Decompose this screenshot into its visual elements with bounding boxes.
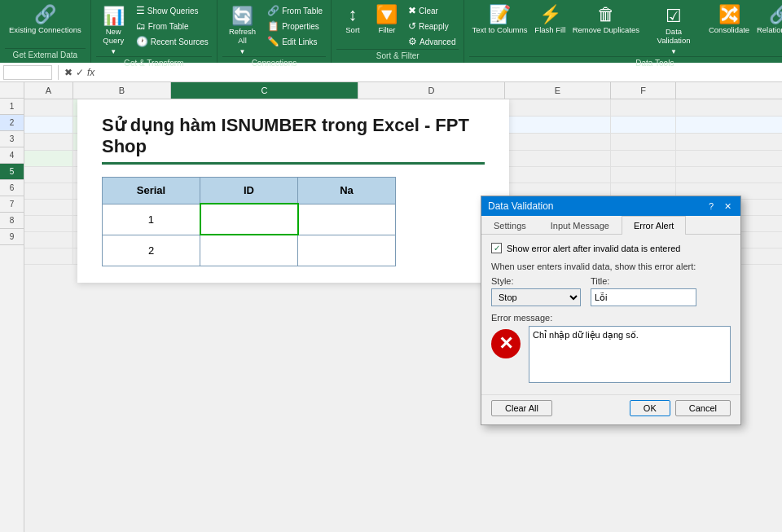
cell-na-1[interactable] bbox=[298, 204, 396, 235]
title-field: Title: bbox=[591, 276, 696, 306]
col-header-c[interactable]: C bbox=[171, 82, 358, 99]
table-row-2: 2 bbox=[103, 235, 396, 266]
remove-duplicates-btn[interactable]: 🗑 Remove Duplicates bbox=[570, 3, 641, 37]
connections-btn[interactable]: 🔗 From Table bbox=[264, 3, 326, 18]
col-header-b[interactable]: B bbox=[73, 82, 171, 99]
consolidate-btn[interactable]: 🔀 Consolidate bbox=[705, 3, 752, 37]
formula-input[interactable] bbox=[98, 67, 779, 78]
cell-a1[interactable] bbox=[24, 99, 73, 116]
dialog-controls: ? ✕ bbox=[705, 200, 734, 213]
row-header-3[interactable]: 3 bbox=[0, 131, 24, 147]
row-header-6[interactable]: 6 bbox=[0, 180, 24, 196]
existing-connections-btn[interactable]: 🔗 Existing Connections bbox=[5, 3, 86, 37]
insert-function-icon[interactable]: fx bbox=[87, 67, 94, 78]
row-header-4[interactable]: 4 bbox=[0, 147, 24, 164]
row-header-5[interactable]: 5 bbox=[0, 164, 24, 180]
new-query-split[interactable]: 📊 NewQuery ▼ bbox=[96, 3, 131, 56]
error-message-box: ✕ Chỉ nhập dữ liệu dạng số. bbox=[491, 326, 731, 383]
cancel-formula-icon[interactable]: ✖ bbox=[64, 67, 72, 78]
from-table-label: From Table bbox=[148, 22, 189, 31]
row-header-2[interactable]: 2 bbox=[0, 115, 24, 131]
sheet-title: Sử dụng hàm ISNUMBER trong Excel - FPT S… bbox=[102, 115, 485, 165]
cell-serial-1[interactable]: 1 bbox=[103, 204, 200, 235]
refresh-all-arrow[interactable]: ▼ bbox=[236, 47, 249, 56]
data-validation-label: Data Validation bbox=[650, 27, 698, 45]
cell-e2[interactable] bbox=[505, 117, 611, 133]
col-header-f[interactable]: F bbox=[611, 82, 676, 99]
show-queries-btn[interactable]: ☰ Show Queries bbox=[133, 3, 212, 18]
tab-input-message-label: Input Message bbox=[551, 221, 609, 231]
style-select[interactable]: Stop Warning Information bbox=[491, 288, 581, 306]
tab-error-alert[interactable]: Error Alert bbox=[622, 216, 687, 235]
cell-f4[interactable] bbox=[611, 151, 676, 166]
cell-e1[interactable] bbox=[505, 99, 611, 116]
enter-formula-icon[interactable]: ✓ bbox=[76, 67, 84, 78]
clear-icon: ✖ bbox=[408, 5, 416, 16]
error-icon: ✕ bbox=[491, 329, 521, 358]
recent-sources-btn[interactable]: 🕐 Recent Sources bbox=[133, 34, 212, 49]
data-validation-dialog: Data Validation ? ✕ Settings Input Messa… bbox=[481, 196, 741, 425]
existing-connections-section: 🔗 Existing Connections Get External Data bbox=[0, 0, 91, 63]
dialog-help-btn[interactable]: ? bbox=[705, 200, 718, 213]
advanced-btn[interactable]: ⚙ Advanced bbox=[405, 34, 459, 49]
section-label: When user enters invalid data, show this… bbox=[491, 262, 731, 271]
recent-sources-label: Recent Sources bbox=[151, 37, 209, 46]
col-header-e[interactable]: E bbox=[505, 82, 611, 99]
error-message-textarea[interactable]: Chỉ nhập dữ liệu dạng số. bbox=[529, 326, 731, 383]
row-header-7[interactable]: 7 bbox=[0, 196, 24, 213]
reapply-btn[interactable]: ↺ Reapply bbox=[405, 19, 459, 33]
show-error-alert-checkbox[interactable]: ✓ bbox=[491, 243, 502, 253]
edit-links-btn[interactable]: ✏️ Edit Links bbox=[264, 34, 326, 49]
clear-all-button[interactable]: Clear All bbox=[491, 400, 552, 416]
cell-e4[interactable] bbox=[505, 151, 611, 166]
col-header-a[interactable]: A bbox=[24, 82, 73, 99]
cell-id-2[interactable] bbox=[200, 235, 298, 266]
flash-fill-btn[interactable]: ⚡ Flash Fill bbox=[531, 3, 569, 37]
cell-e3[interactable] bbox=[505, 134, 611, 150]
name-box[interactable] bbox=[3, 65, 52, 80]
cancel-button[interactable]: Cancel bbox=[675, 400, 731, 416]
refresh-all-split[interactable]: 🔄 Refresh All ▼ bbox=[222, 3, 262, 56]
new-query-arrow[interactable]: ▼ bbox=[107, 47, 120, 56]
filter-btn[interactable]: 🔽 Filter bbox=[371, 3, 403, 37]
cell-a4[interactable] bbox=[24, 151, 73, 166]
cell-f1[interactable] bbox=[611, 99, 676, 116]
data-validation-arrow[interactable]: ▼ bbox=[667, 47, 680, 56]
title-input[interactable] bbox=[591, 288, 696, 306]
row-header-9[interactable]: 9 bbox=[0, 229, 24, 245]
from-table-icon: 🗂 bbox=[136, 20, 146, 32]
show-error-alert-label: Show error alert after invalid data is e… bbox=[507, 244, 680, 253]
col-header-d[interactable]: D bbox=[358, 82, 505, 99]
tab-settings[interactable]: Settings bbox=[481, 216, 538, 235]
from-table-btn[interactable]: 🗂 From Table bbox=[133, 19, 212, 33]
cell-na-2[interactable] bbox=[298, 235, 396, 266]
get-external-data-label: Get External Data bbox=[5, 48, 86, 59]
data-table: Serial ID Na 1 2 bbox=[102, 177, 396, 266]
ok-button[interactable]: OK bbox=[630, 400, 670, 416]
sort-btn[interactable]: ↕️ Sort bbox=[336, 3, 369, 37]
filter-label: Filter bbox=[378, 25, 395, 34]
table-header-na: Na bbox=[298, 178, 396, 204]
row-header-1[interactable]: 1 bbox=[0, 99, 24, 115]
dialog-close-btn[interactable]: ✕ bbox=[721, 200, 734, 213]
recent-sources-icon: 🕐 bbox=[136, 36, 148, 47]
cell-id-1[interactable] bbox=[200, 204, 298, 235]
show-error-alert-row: ✓ Show error alert after invalid data is… bbox=[491, 243, 731, 253]
data-validation-split[interactable]: ☑ Data Validation ▼ bbox=[644, 3, 705, 56]
cell-a2[interactable] bbox=[24, 117, 73, 133]
data-tools-section: 📝 Text to Columns ⚡ Flash Fill 🗑 Remove … bbox=[464, 0, 782, 63]
cell-serial-2[interactable]: 2 bbox=[103, 235, 200, 266]
advanced-label: Advanced bbox=[420, 37, 455, 46]
cell-a3[interactable] bbox=[24, 134, 73, 150]
dialog-footer-right: OK Cancel bbox=[630, 400, 731, 416]
dialog-footer: Clear All OK Cancel bbox=[481, 394, 740, 424]
row-header-8[interactable]: 8 bbox=[0, 213, 24, 229]
properties-btn[interactable]: 📋 Properties bbox=[264, 19, 326, 33]
text-to-columns-btn[interactable]: 📝 Text to Columns bbox=[469, 3, 529, 37]
relationships-btn[interactable]: 🔗 Relationships bbox=[754, 3, 782, 37]
cell-f2[interactable] bbox=[611, 117, 676, 133]
connections-section: 🔄 Refresh All ▼ 🔗 From Table 📋 Propertie… bbox=[217, 0, 332, 63]
clear-btn[interactable]: ✖ Clear bbox=[405, 3, 459, 18]
tab-input-message[interactable]: Input Message bbox=[538, 216, 622, 235]
cell-f3[interactable] bbox=[611, 134, 676, 150]
